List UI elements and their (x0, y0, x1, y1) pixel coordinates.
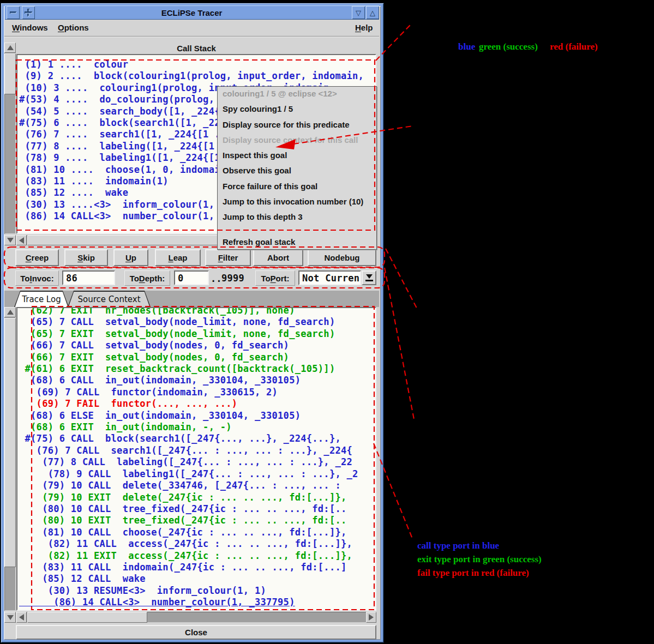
port-dropdown-button[interactable] (362, 270, 376, 285)
triangle-left-icon (19, 614, 24, 621)
trace-log-lines: (62) 7 EXIT nr_nodes([backtrack(_105)], … (17, 307, 375, 609)
window-maximize-button[interactable]: △ (366, 6, 379, 19)
window-title: ECLiPSe Tracer (161, 8, 223, 17)
menu-help[interactable]: Help (355, 23, 373, 32)
triangle-up-icon (7, 45, 14, 50)
legend-entry: red (failure) (550, 41, 598, 52)
window-iconify-button[interactable]: ▽ (352, 6, 365, 19)
scroll-left-arrow[interactable] (16, 235, 27, 245)
minus-icon (10, 11, 16, 14)
trace-line: (65) 7 EXIT setval_body(node_limit, none… (19, 328, 375, 340)
context-menu: colouring1 / 5 @ eclipse <12> Spy colour… (217, 86, 377, 250)
depth-from-input[interactable]: 0 (174, 270, 209, 285)
menu-item[interactable]: Display source for this predicate (218, 120, 376, 135)
trace-line: (68) 6 EXIT in_out(indomain, -, -) (19, 422, 375, 433)
to-invoc-input[interactable]: 86 (62, 270, 115, 285)
trace-line: (82) 11 CALL access(_247{ic : ... .. ...… (19, 538, 375, 550)
trace-hscrollbar[interactable] (16, 612, 376, 623)
menu-item[interactable]: Jump to this invocation number (10) (218, 197, 376, 212)
leap-button[interactable]: Leap (155, 249, 201, 266)
scroll-right-arrow[interactable] (366, 612, 376, 623)
menu-item[interactable]: Inspect this goal (218, 151, 376, 166)
legend-entry: blue (458, 41, 475, 52)
call-stack-line[interactable]: (9) 2 .... block(colouring1(prolog, inpu… (19, 70, 375, 82)
to-port-select[interactable]: Not Curren (298, 270, 361, 285)
menu-item[interactable]: Force failure of this goal (218, 182, 376, 197)
vscroll-thumb[interactable] (4, 53, 16, 94)
trace-line: (79) 10 EXIT delete(_247{ic : ... .. ...… (19, 492, 375, 503)
trace-line: (80) 10 CALL tree_fixed(_247{ic : ... ..… (19, 503, 375, 515)
triangle-down-icon (7, 615, 14, 620)
legend-entry: exit type port in green (success) (417, 552, 542, 566)
trace-line: (69) 7 FAIL functor(..., ..., ...) (19, 398, 375, 410)
menu-item[interactable]: Jump to this depth 3 (218, 212, 376, 227)
legend-entry: call type port in blue (417, 539, 542, 552)
scroll-down-arrow[interactable] (4, 612, 16, 623)
menu-windows[interactable]: Windows (12, 23, 48, 32)
trace-line: #(61) 6 EXIT reset_backtrack_count([back… (19, 363, 375, 375)
triangle-up-icon (7, 310, 14, 315)
menu-item-refresh-goal-stack[interactable]: Refresh goal stack (218, 237, 376, 252)
window-stick-button[interactable] (22, 6, 35, 19)
triangle-down-icon: ▽ (356, 9, 361, 17)
trace-log-panel: (62) 7 EXIT nr_nodes([backtrack(_105)], … (16, 307, 376, 611)
to-port-label: To Port: (255, 270, 295, 286)
legend-entry: green (success) (479, 41, 538, 52)
trace-line: (77) 8 CALL labeling([_247{... : ..., ..… (19, 456, 375, 468)
triangle-left-icon (19, 237, 24, 244)
vscroll-thumb[interactable] (4, 318, 16, 567)
trace-line: (65) 7 CALL setval_body(node_limit, none… (19, 316, 375, 328)
skip-button[interactable]: Skip (64, 249, 108, 266)
menu-item[interactable]: Observe this goal (218, 166, 376, 181)
context-menu-items: Spy colouring1 / 5Display source for thi… (218, 104, 376, 227)
tab-source-context[interactable]: Source Context (68, 291, 151, 307)
triangle-up-icon: △ (370, 9, 375, 17)
callout-line-buttons (386, 249, 417, 308)
triangle-right-icon (369, 614, 374, 621)
menu-options[interactable]: Options (58, 23, 89, 32)
trace-line: (68) 6 CALL in_out(indomain, _330104, _3… (19, 375, 375, 386)
scroll-down-arrow[interactable] (4, 235, 16, 245)
titlebar[interactable]: ECLiPSe Tracer (4, 5, 379, 20)
depth-to-input[interactable]: 9999 (219, 270, 246, 285)
call-stack-line[interactable]: (1) 1 .... colour (19, 59, 375, 70)
trace-line: #(75) 6 CALL block(search1([_247{..., ..… (19, 433, 375, 444)
call-stack-vscrollbar[interactable] (4, 43, 16, 234)
trace-line: (62) 7 EXIT nr_nodes([backtrack(_105)], … (19, 307, 375, 316)
up-button[interactable]: Up (113, 249, 148, 266)
window-menu-button[interactable] (7, 6, 20, 19)
tab-label: Trace Log (15, 292, 68, 308)
to-depth-label: To Depth: (124, 270, 170, 286)
creep-button[interactable]: Creep (15, 249, 59, 266)
scroll-up-arrow[interactable] (4, 307, 16, 317)
hscroll-thumb[interactable] (27, 612, 147, 623)
legend-bottom: call type port in blueexit type port in … (417, 539, 542, 580)
trace-line: (83) 11 CALL indomain(_247{ic : ... .. .… (19, 562, 375, 573)
scroll-left-arrow[interactable] (16, 612, 27, 623)
to-invoc-label: To Invoc: (15, 270, 59, 286)
trace-line: (79) 10 CALL delete(_334746, [_247{... :… (19, 480, 375, 491)
tab-label: Source Context (69, 292, 150, 308)
trace-line: (76) 7 CALL search1([_247{... : ..., ...… (19, 445, 375, 456)
legend-entry: fail type port in red (failure) (417, 566, 542, 580)
tab-trace-log[interactable]: Trace Log (14, 291, 69, 307)
trace-line: (66) 7 CALL setval_body(nodes, 0, fd_sea… (19, 340, 375, 351)
trace-vscrollbar[interactable] (4, 307, 16, 611)
menu-item[interactable]: Spy colouring1 / 5 (218, 104, 376, 119)
plus-icon (25, 9, 32, 16)
trace-line: (66) 7 EXIT setval_body(nodes, 0, fd_sea… (19, 352, 375, 363)
trace-line: (80) 10 EXIT tree_fixed(_247{ic : ... ..… (19, 515, 375, 526)
trace-line: (78) 9 CALL labeling1([_247{... : ..., .… (19, 468, 375, 480)
menu-item: Display source context for this call (218, 135, 376, 151)
context-menu-title: colouring1 / 5 @ eclipse <12> (218, 89, 376, 104)
triangle-down-icon (7, 238, 14, 243)
trace-line: (81) 10 CALL choose(_247{ic : ... .. ...… (19, 527, 375, 538)
menubar-separator (4, 36, 379, 37)
trace-line: (30) 13 RESUME<3> inform_colour(1, 1) (19, 585, 375, 597)
trace-line: (69) 7 CALL functor(indomain, _330615, 2… (19, 387, 375, 398)
close-button[interactable]: Close (16, 625, 376, 640)
trace-line: (86) 14 CALL<3> number_colour(1, _337795… (19, 597, 375, 608)
scroll-up-arrow[interactable] (4, 43, 16, 53)
dropdown-arrow-icon (365, 274, 373, 281)
trace-line: (68) 6 ELSE in_out(indomain, _330104, _3… (19, 410, 375, 422)
